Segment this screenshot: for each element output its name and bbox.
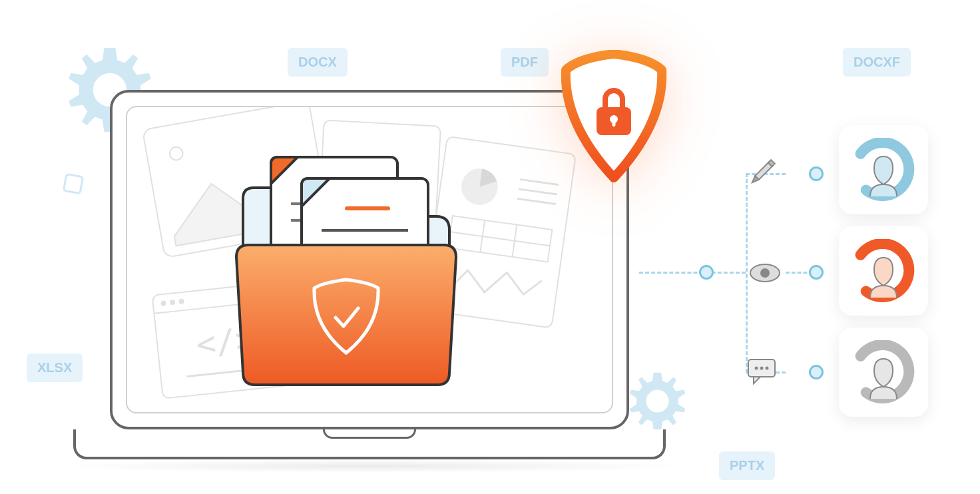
user-card-comment <box>839 328 928 417</box>
svg-point-41 <box>760 367 764 370</box>
connector-node <box>809 265 824 280</box>
badge-docxf: DOCXF <box>843 48 911 77</box>
svg-point-42 <box>766 367 769 370</box>
pencil-icon <box>746 157 778 189</box>
svg-marker-39 <box>754 377 760 383</box>
connector-node <box>809 166 824 181</box>
user-avatar-icon <box>852 239 915 303</box>
svg-point-40 <box>755 367 758 370</box>
svg-rect-32 <box>612 119 616 126</box>
badge-xlsx: XLSX <box>27 354 83 382</box>
laptop-base <box>73 429 666 459</box>
laptop-shadow <box>53 459 692 473</box>
eye-icon <box>749 257 781 289</box>
decorative-square <box>63 173 84 194</box>
badge-pptx: PPTX <box>719 451 775 480</box>
badge-pdf: PDF <box>501 48 549 77</box>
connector-node <box>699 265 714 280</box>
user-card-edit <box>839 125 928 214</box>
user-card-view <box>839 226 928 316</box>
badge-docx: DOCX <box>288 48 348 77</box>
connector-node <box>809 365 824 379</box>
comment-icon <box>746 354 778 386</box>
laptop-notch <box>323 429 416 439</box>
permissions-diagram <box>646 153 939 406</box>
svg-point-37 <box>760 268 770 278</box>
user-avatar-icon <box>852 340 915 404</box>
secure-folder <box>230 153 463 386</box>
user-avatar-icon <box>852 138 915 202</box>
